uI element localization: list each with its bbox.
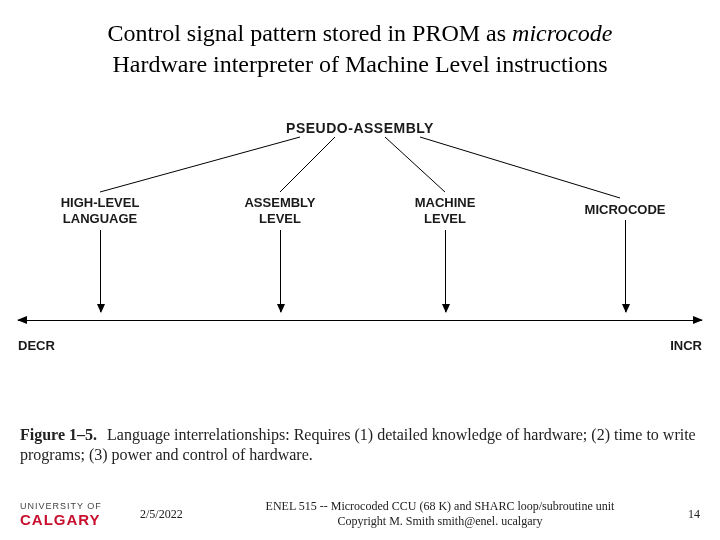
university-logo: UNIVERSITY OF CALGARY	[20, 501, 140, 528]
svg-line-0	[100, 137, 300, 192]
axis-right-label: INCR	[670, 338, 702, 353]
caption-text: Language interrelationships: Requires (1…	[20, 426, 696, 463]
footer-date: 2/5/2022	[140, 507, 210, 522]
title-line-2: Hardware interpreter of Machine Level in…	[10, 49, 710, 80]
page-number: 14	[670, 507, 700, 522]
language-diagram: PSEUDO-ASSEMBLY HIGH-LEVEL LANGUAGE ASSE…	[0, 120, 720, 380]
slide-title: Control signal pattern stored in PROM as…	[0, 0, 720, 90]
svg-line-1	[280, 137, 335, 192]
title-text-italic: microcode	[512, 20, 612, 46]
logo-text-bottom: CALGARY	[20, 511, 140, 528]
svg-line-2	[385, 137, 445, 192]
footer-line: ENEL 515 -- Microcoded CCU (68 K) and SH…	[210, 499, 670, 515]
horizontal-axis	[18, 320, 702, 321]
logo-text-top: UNIVERSITY OF	[20, 501, 140, 511]
arrow-down-icon	[445, 230, 446, 312]
arrow-down-icon	[625, 220, 626, 312]
arrow-down-icon	[280, 230, 281, 312]
axis-left-label: DECR	[18, 338, 55, 353]
svg-line-3	[420, 137, 620, 198]
slide-footer: UNIVERSITY OF CALGARY 2/5/2022 ENEL 515 …	[0, 499, 720, 530]
figure-caption: Figure 1–5.Language interrelationships: …	[20, 425, 710, 465]
figure-number: Figure 1–5.	[20, 426, 97, 443]
footer-center: ENEL 515 -- Microcoded CCU (68 K) and SH…	[210, 499, 670, 530]
arrow-down-icon	[100, 230, 101, 312]
title-line-1: Control signal pattern stored in PROM as…	[10, 18, 710, 49]
diagram-lines	[0, 120, 720, 330]
footer-line: Copyright M. Smith smith@enel. ucalgary	[210, 514, 670, 530]
title-text-a: Control signal pattern stored in PROM as	[107, 20, 512, 46]
